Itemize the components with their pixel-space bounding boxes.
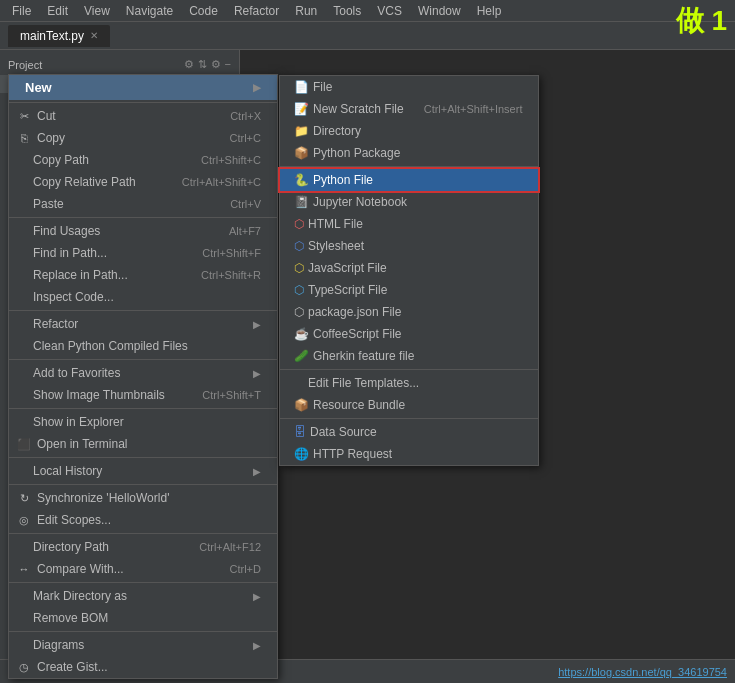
menu-item-editscopes[interactable]: ◎ Edit Scopes...	[9, 509, 277, 531]
menu-item-synchronize[interactable]: ↻ Synchronize 'HelloWorld'	[9, 487, 277, 509]
submenu-file-label: File	[313, 80, 522, 94]
submenu-item-datasource[interactable]: 🗄 Data Source	[280, 421, 538, 443]
dirpath-shortcut: Ctrl+Alt+F12	[199, 541, 261, 553]
menu-item-run[interactable]: Run	[287, 2, 325, 20]
menu-item-window[interactable]: Window	[410, 2, 469, 20]
submenu-item-coffee[interactable]: ☕ CoffeeScript File	[280, 323, 538, 345]
submenu-item-edittemplates[interactable]: Edit File Templates...	[280, 372, 538, 394]
menu-item-view[interactable]: View	[76, 2, 118, 20]
menu-item-navigate[interactable]: Navigate	[118, 2, 181, 20]
findusages-shortcut: Alt+F7	[229, 225, 261, 237]
menu-item-copy[interactable]: ⎘ Copy Ctrl+C	[9, 127, 277, 149]
menu-item-code[interactable]: Code	[181, 2, 226, 20]
tab-bar: mainText.py ✕	[0, 22, 735, 50]
menu-item-vcs[interactable]: VCS	[369, 2, 410, 20]
tab-maintext[interactable]: mainText.py ✕	[8, 25, 110, 47]
separator-5	[9, 408, 277, 409]
sidebar-gear-icon[interactable]: ⚙	[184, 58, 194, 71]
menu-item-refactor[interactable]: Refactor ▶	[9, 313, 277, 335]
menu-item-file[interactable]: File	[4, 2, 39, 20]
submenu-item-ts[interactable]: ⬡ TypeScript File	[280, 279, 538, 301]
pyfile-icon: 🐍	[294, 173, 309, 187]
menu-item-paste[interactable]: Paste Ctrl+V	[9, 193, 277, 215]
menu-item-comparewith[interactable]: ↔ Compare With... Ctrl+D	[9, 558, 277, 580]
submenu-item-gherkin[interactable]: 🥒 Gherkin feature file	[280, 345, 538, 367]
submenu-item-directory[interactable]: 📁 Directory	[280, 120, 538, 142]
project-label: Project	[8, 59, 42, 71]
separator-6	[9, 457, 277, 458]
menu-item-copyrelpath[interactable]: Copy Relative Path Ctrl+Alt+Shift+C	[9, 171, 277, 193]
sidebar-minus-icon[interactable]: −	[225, 58, 231, 71]
menu-item-addtofav[interactable]: Add to Favorites ▶	[9, 362, 277, 384]
menu-item-new[interactable]: New ▶	[9, 75, 277, 100]
menu-item-creategist[interactable]: ◷ Create Gist...	[9, 656, 277, 678]
creategist-label: Create Gist...	[37, 660, 261, 674]
comparewith-label: Compare With...	[37, 562, 210, 576]
diagrams-label: Diagrams	[33, 638, 245, 652]
submenu-datasource-label: Data Source	[310, 425, 522, 439]
submenu-item-resourcebundle[interactable]: 📦 Resource Bundle	[280, 394, 538, 416]
submenu-item-jupyter[interactable]: 📓 Jupyter Notebook	[280, 191, 538, 213]
menu-item-markdir[interactable]: Mark Directory as ▶	[9, 585, 277, 607]
tab-close-icon[interactable]: ✕	[90, 30, 98, 41]
copy-icon: ⎘	[15, 132, 33, 144]
submenu-item-html[interactable]: ⬡ HTML File	[280, 213, 538, 235]
submenu-item-pypkg[interactable]: 📦 Python Package	[280, 142, 538, 164]
separator-10	[9, 631, 277, 632]
new-arrow-icon: ▶	[253, 82, 261, 93]
menu-item-inspectcode[interactable]: Inspect Code...	[9, 286, 277, 308]
menu-item-removebom[interactable]: Remove BOM	[9, 607, 277, 629]
csdn-url[interactable]: https://blog.csdn.net/qq_34619754	[558, 666, 727, 678]
findinpath-shortcut: Ctrl+Shift+F	[202, 247, 261, 259]
scratch-shortcut: Ctrl+Alt+Shift+Insert	[424, 103, 523, 115]
submenu-item-pkgjson[interactable]: ⬡ package.json File	[280, 301, 538, 323]
menu-item-dirpath[interactable]: Directory Path Ctrl+Alt+F12	[9, 536, 277, 558]
submenu-scratch-label: New Scratch File	[313, 102, 404, 116]
datasource-icon: 🗄	[294, 425, 306, 439]
submenu-item-js[interactable]: ⬡ JavaScript File	[280, 257, 538, 279]
submenu-dir-label: Directory	[313, 124, 522, 138]
submenu-item-scratch[interactable]: 📝 New Scratch File Ctrl+Alt+Shift+Insert	[280, 98, 538, 120]
paste-shortcut: Ctrl+V	[230, 198, 261, 210]
synchronize-label: Synchronize 'HelloWorld'	[37, 491, 261, 505]
refactor-arrow-icon: ▶	[253, 319, 261, 330]
submenu-item-httprequest[interactable]: 🌐 HTTP Request	[280, 443, 538, 465]
replaceinpath-shortcut: Ctrl+Shift+R	[201, 269, 261, 281]
menu-item-refactor[interactable]: Refactor	[226, 2, 287, 20]
menu-item-cut[interactable]: ✂ Cut Ctrl+X	[9, 105, 277, 127]
menu-item-findusages[interactable]: Find Usages Alt+F7	[9, 220, 277, 242]
submenu-gherkin-label: Gherkin feature file	[313, 349, 522, 363]
comparewith-shortcut: Ctrl+D	[230, 563, 261, 575]
submenu-item-file[interactable]: 📄 File	[280, 76, 538, 98]
sidebar-settings-icon[interactable]: ⚙	[211, 58, 221, 71]
menu-item-openinterminal[interactable]: ⬛ Open in Terminal	[9, 433, 277, 455]
menu-item-showthumbnails[interactable]: Show Image Thumbnails Ctrl+Shift+T	[9, 384, 277, 406]
localhistory-label: Local History	[33, 464, 245, 478]
submenu-sep-2	[280, 369, 538, 370]
markdir-arrow-icon: ▶	[253, 591, 261, 602]
submenu-pyfile-label: Python File	[313, 173, 522, 187]
submenu-pypkg-label: Python Package	[313, 146, 522, 160]
menu-item-diagrams[interactable]: Diagrams ▶	[9, 634, 277, 656]
refactor-label: Refactor	[33, 317, 245, 331]
showinexplorer-label: Show in Explorer	[33, 415, 261, 429]
menu-item-copypath[interactable]: Copy Path Ctrl+Shift+C	[9, 149, 277, 171]
menu-item-help[interactable]: Help	[469, 2, 510, 20]
menu-item-findinpath[interactable]: Find in Path... Ctrl+Shift+F	[9, 242, 277, 264]
separator-2	[9, 217, 277, 218]
menu-item-tools[interactable]: Tools	[325, 2, 369, 20]
sidebar-arrow-icon[interactable]: ⇅	[198, 58, 207, 71]
menu-item-showinexplorer[interactable]: Show in Explorer	[9, 411, 277, 433]
submenu-js-label: JavaScript File	[308, 261, 522, 275]
submenu-css-label: Stylesheet	[308, 239, 522, 253]
menu-item-edit[interactable]: Edit	[39, 2, 76, 20]
css-icon: ⬡	[294, 239, 304, 253]
menu-item-replaceinpath[interactable]: Replace in Path... Ctrl+Shift+R	[9, 264, 277, 286]
menu-item-localhistory[interactable]: Local History ▶	[9, 460, 277, 482]
cut-shortcut: Ctrl+X	[230, 110, 261, 122]
menu-item-cleancompiled[interactable]: Clean Python Compiled Files	[9, 335, 277, 357]
watermark: 做 1	[668, 0, 735, 42]
submenu-item-css[interactable]: ⬡ Stylesheet	[280, 235, 538, 257]
sync-icon: ↻	[15, 492, 33, 505]
submenu-item-pyfile[interactable]: 🐍 Python File	[280, 169, 538, 191]
